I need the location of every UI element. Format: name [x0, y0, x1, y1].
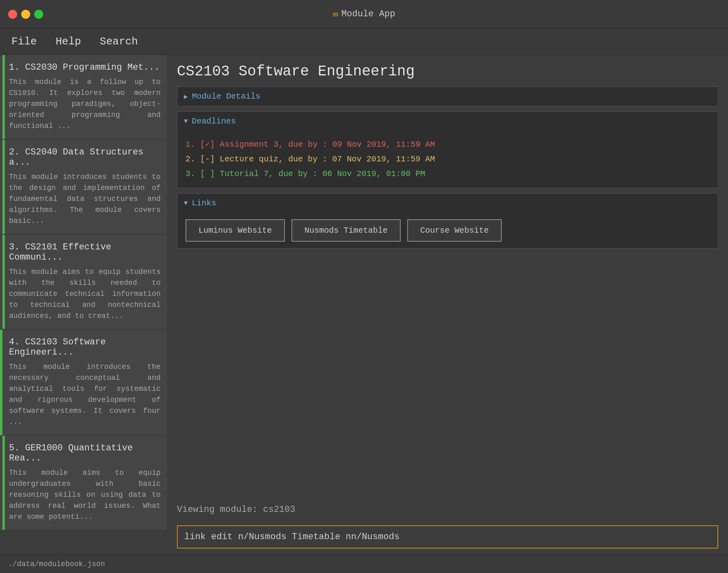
viewing-status: Viewing module: cs2103: [177, 500, 718, 519]
title-text: Module App: [342, 9, 395, 19]
module-item-desc-0: This module is a follow up to CS1010. It…: [9, 77, 161, 132]
links-section: ▼ Links Luminus Website Nusmods Timetabl…: [177, 193, 718, 249]
link-button-2[interactable]: Course Website: [407, 219, 502, 242]
deadline-item-0: 1. [✓] Assignment 3, due by : 09 Nov 201…: [185, 137, 710, 152]
expand-arrow-details: ▶: [184, 93, 188, 101]
module-item-desc-3: This module introduces the necessary con…: [9, 361, 161, 428]
minimize-button[interactable]: [21, 10, 30, 19]
active-indicator: [2, 55, 5, 139]
window-controls: [8, 10, 43, 19]
module-details-header[interactable]: ▶ Module Details: [177, 87, 718, 106]
app-title: ✉ Module App: [333, 9, 395, 20]
collapse-arrow-links: ▼: [184, 200, 188, 207]
collapse-arrow-deadlines: ▼: [184, 118, 188, 125]
deadlines-body: 1. [✓] Assignment 3, due by : 09 Nov 201…: [177, 131, 718, 188]
deadlines-label: Deadlines: [192, 117, 236, 126]
close-button[interactable]: [8, 10, 17, 19]
links-body: Luminus Website Nusmods Timetable Course…: [177, 213, 718, 248]
detail-panel: CS2103 Software Engineering ▶ Module Det…: [167, 55, 728, 573]
links-header[interactable]: ▼ Links: [177, 194, 718, 213]
menu-help[interactable]: Help: [52, 34, 84, 49]
bottom-statusbar: ./data/modulebook.json: [0, 554, 728, 573]
module-item-4[interactable]: 5. GER1000 Quantitative Rea... This modu…: [0, 436, 167, 531]
deadline-item-1: 2. [-] Lecture quiz, due by : 07 Nov 201…: [185, 152, 710, 167]
module-item-title-4: 5. GER1000 Quantitative Rea...: [9, 443, 161, 463]
active-indicator: [2, 235, 5, 329]
module-details-label: Module Details: [192, 92, 260, 101]
menu-search[interactable]: Search: [97, 34, 141, 49]
module-item-0[interactable]: 1. CS2030 Programming Met... This module…: [0, 55, 167, 140]
module-item-2[interactable]: 3. CS2101 Effective Communi... This modu…: [0, 235, 167, 330]
link-button-1[interactable]: Nusmods Timetable: [291, 219, 401, 242]
maximize-button[interactable]: [34, 10, 43, 19]
titlebar: ✉ Module App: [0, 0, 728, 29]
module-item-desc-1: This module introduces students to the d…: [9, 172, 161, 227]
app-icon: ✉: [333, 9, 338, 20]
module-detail-title: CS2103 Software Engineering: [177, 63, 718, 80]
module-item-title-3: 4. CS2103 Software Engineeri...: [9, 337, 161, 357]
command-input[interactable]: [179, 528, 716, 546]
deadline-item-2: 3. [ ] Tutorial 7, due by : 06 Nov 2019,…: [185, 167, 710, 181]
menubar: File Help Search: [0, 29, 728, 55]
command-input-container: [177, 525, 718, 549]
link-button-0[interactable]: Luminus Website: [185, 219, 285, 242]
menu-file[interactable]: File: [8, 34, 40, 49]
spacer: [177, 253, 718, 500]
deadlines-header[interactable]: ▼ Deadlines: [177, 112, 718, 131]
module-item-title-0: 1. CS2030 Programming Met...: [9, 62, 161, 73]
statusbar-text: ./data/modulebook.json: [8, 560, 105, 568]
module-item-3[interactable]: 4. CS2103 Software Engineeri... This mod…: [0, 330, 167, 436]
module-item-1[interactable]: 2. CS2040 Data Structures a... This modu…: [0, 140, 167, 235]
links-label: Links: [192, 198, 216, 208]
main-container: 1. CS2030 Programming Met... This module…: [0, 55, 728, 573]
deadlines-section: ▼ Deadlines 1. [✓] Assignment 3, due by …: [177, 111, 718, 188]
module-details-section: ▶ Module Details: [177, 86, 718, 106]
active-indicator: [2, 140, 5, 234]
module-item-title-2: 3. CS2101 Effective Communi...: [9, 242, 161, 262]
module-item-desc-2: This module aims to equip students with …: [9, 267, 161, 322]
active-indicator: [2, 436, 5, 530]
module-list: 1. CS2030 Programming Met... This module…: [0, 55, 167, 573]
module-item-title-1: 2. CS2040 Data Structures a...: [9, 147, 161, 167]
module-item-desc-4: This module aims to equip undergraduates…: [9, 467, 161, 522]
